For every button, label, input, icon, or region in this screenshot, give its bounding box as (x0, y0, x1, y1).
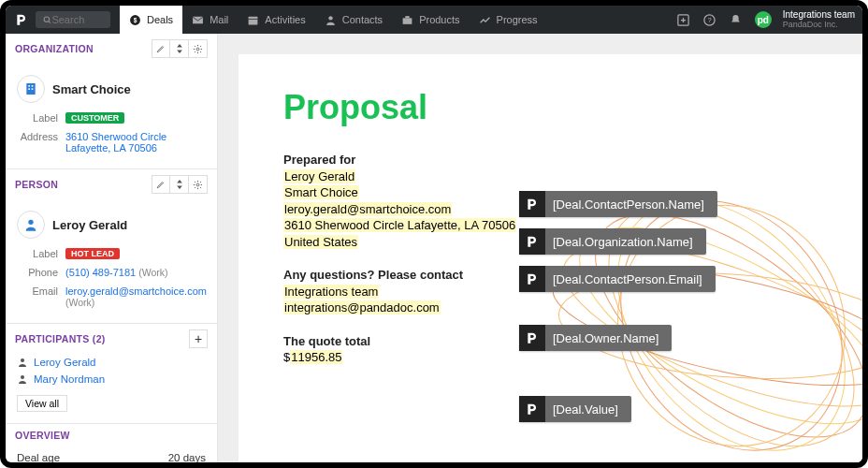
email-link[interactable]: leroy.gerald@smartchoice.com (65, 285, 207, 297)
svg-rect-4 (193, 16, 203, 23)
svg-rect-21 (28, 88, 30, 90)
questions-owner: Integrations team (283, 285, 379, 299)
search-box[interactable] (36, 11, 110, 28)
user-org: PandaDoc Inc. (783, 21, 855, 29)
participant-name: Mary Nordman (34, 373, 105, 385)
svg-rect-9 (405, 16, 409, 18)
merge-tag-token: [Deal.ContactPerson.Email] (553, 272, 702, 286)
pipedrive-logo-icon (13, 11, 30, 28)
svg-point-28 (21, 375, 24, 379)
person-panel: PERSON Leroy Gerald Label (6, 169, 217, 324)
nav-progress[interactable]: Progress (470, 6, 547, 34)
user-team: Integrations team (783, 10, 855, 21)
document-canvas: Proposal Prepared for Leroy Gerald Smart… (218, 34, 862, 462)
nav-products[interactable]: Products (392, 6, 469, 34)
pipedrive-tag-icon (519, 325, 545, 351)
prepared-for-country: United States (283, 235, 358, 249)
field-label: Address (17, 131, 58, 154)
phone-link[interactable]: (510) 489-7181 (65, 267, 136, 278)
svg-point-27 (21, 358, 24, 362)
organization-panel: ORGANIZATION Smart Choice (6, 34, 217, 169)
nav-mail[interactable]: Mail (182, 6, 238, 34)
merge-tag-token: [Deal.Owner.Name] (553, 331, 658, 345)
merge-tag[interactable]: [Deal.Owner.Name] (519, 325, 672, 351)
nav-label: Contacts (342, 14, 383, 25)
field-label: Label (17, 248, 58, 259)
merge-tag-token: [Deal.Value] (553, 402, 618, 417)
merge-tag[interactable]: [Deal.ContactPerson.Name] (519, 191, 717, 217)
merge-tag[interactable]: [Deal.Organization.Name] (519, 228, 706, 255)
bell-icon[interactable] (729, 12, 744, 27)
svg-point-7 (328, 16, 332, 20)
label-badge: HOT LEAD (65, 248, 120, 259)
panel-title: PERSON (15, 179, 58, 190)
merge-tag-token: [Deal.Organization.Name] (553, 235, 693, 249)
participant-item[interactable]: Leroy Gerald (6, 354, 217, 371)
person-icon (17, 373, 28, 385)
help-icon[interactable]: ? (702, 12, 717, 27)
field-label: Email (17, 285, 58, 308)
add-icon[interactable] (676, 12, 691, 27)
organization-row[interactable]: Smart Choice (17, 69, 206, 109)
progress-icon (479, 14, 491, 26)
settings-button[interactable] (189, 175, 208, 194)
deal-age-value: 20 days (168, 452, 206, 462)
search-input[interactable] (51, 14, 103, 25)
svg-marker-24 (177, 185, 182, 189)
prepared-for-org: Smart Choice (283, 185, 359, 199)
panel-title: PARTICIPANTS (2) (15, 333, 106, 344)
pipedrive-tag-icon (519, 228, 545, 255)
user-info[interactable]: Integrations team PandaDoc Inc. (783, 10, 855, 29)
participant-item[interactable]: Mary Nordman (6, 371, 217, 388)
top-bar: $ Deals Mail Activities Contacts Product… (6, 6, 862, 34)
svg-line-1 (49, 21, 51, 22)
add-participant-button[interactable]: + (189, 329, 208, 348)
nav-contacts[interactable]: Contacts (315, 6, 392, 34)
svg-rect-22 (32, 88, 34, 90)
person-row[interactable]: Leroy Gerald (17, 205, 206, 244)
pipedrive-tag-icon (519, 266, 545, 292)
person-icon (17, 211, 45, 239)
prepared-for-email: leroy.gerald@smartchoice.com (283, 202, 452, 216)
merge-tag[interactable]: [Deal.ContactPerson.Email] (519, 266, 716, 292)
products-icon (401, 14, 413, 26)
questions-email: integrations@pandadoc.com (283, 300, 441, 314)
document-title: Proposal (283, 88, 817, 127)
nav-activities[interactable]: Activities (238, 6, 314, 34)
participant-name: Leroy Gerald (34, 357, 95, 368)
merge-tag[interactable]: [Deal.Value] (519, 396, 631, 422)
user-avatar[interactable]: pd (755, 11, 772, 28)
svg-rect-20 (32, 85, 34, 87)
svg-point-0 (44, 16, 49, 21)
panel-title: OVERVIEW (15, 430, 70, 441)
svg-rect-18 (26, 83, 35, 95)
prepared-for-address: 3610 Sherwood Circle Lafayette, LA 70506 (283, 218, 516, 232)
deals-icon: $ (129, 14, 141, 26)
svg-text:$: $ (134, 16, 137, 23)
contacts-icon (325, 14, 337, 26)
nav-deals[interactable]: $ Deals (120, 6, 182, 34)
person-name: Leroy Gerald (52, 218, 127, 232)
sort-button[interactable] (170, 175, 189, 194)
field-label: Label (17, 112, 58, 124)
svg-text:?: ? (708, 16, 712, 24)
svg-marker-16 (177, 50, 182, 53)
view-all-button[interactable]: View all (17, 395, 67, 412)
prepared-for-label: Prepared for (283, 152, 817, 168)
participants-panel: PARTICIPANTS (2) + Leroy Gerald Mary Nor… (6, 324, 217, 424)
edit-button[interactable] (152, 175, 170, 194)
nav-label: Activities (265, 14, 305, 25)
deal-age-label: Deal age (17, 452, 60, 462)
merge-tag-token: [Deal.ContactPerson.Name] (553, 197, 704, 212)
email-sub: (Work) (65, 297, 94, 308)
search-icon (43, 15, 51, 25)
settings-button[interactable] (189, 39, 208, 58)
edit-button[interactable] (152, 39, 170, 58)
sort-button[interactable] (170, 39, 189, 58)
panel-title: ORGANIZATION (15, 43, 94, 54)
nav-label: Deals (147, 14, 173, 25)
person-icon (17, 357, 28, 368)
svg-point-17 (196, 48, 199, 51)
mail-icon (192, 14, 204, 26)
address-link[interactable]: 3610 Sherwood Circle Lafayette, LA 70506 (65, 131, 206, 154)
